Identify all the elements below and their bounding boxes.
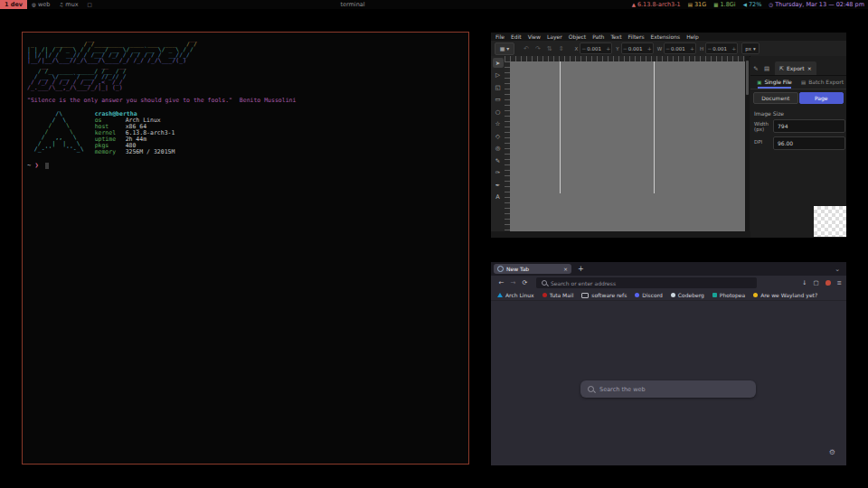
download-icon[interactable]: ↓ (802, 279, 807, 286)
bookmark-are-we-wayland-yet-[interactable]: Are we Wayland yet? (753, 292, 817, 298)
inkscape-tool-options-bar: ▦ ▾ ↶↷⇅⇕ X−0.001+Y−0.001+W−0.001+H−0.001… (491, 41, 846, 57)
ellipse-tool[interactable]: ○ (493, 107, 504, 117)
browser-tab-active[interactable]: New Tab × (494, 264, 571, 274)
box3d-tool[interactable]: ◇ (493, 131, 504, 141)
text-tool[interactable]: A (493, 192, 504, 202)
field-value: 0.001 (712, 46, 731, 52)
menu-icon[interactable]: ≡ (837, 279, 842, 286)
single-file-icon: ▣ (757, 80, 761, 85)
terminal-window[interactable]: __ __ _ _____ / /________ ____ ___ ___ /… (22, 32, 469, 465)
bookmark-tuta-mail[interactable]: Tuta Mail (542, 292, 574, 298)
quote-line: "Silence is the only answer you should g… (27, 97, 465, 104)
fetch-rows: osArch Linuxhostx86_64kernel6.13.8-arch3… (95, 117, 175, 155)
newtab-search-box[interactable]: Search the web (580, 380, 756, 398)
memory-status: ▦1.8Gi (713, 1, 735, 8)
spiral-tool[interactable]: ◎ (493, 144, 504, 154)
selector-tool[interactable]: ➤ (493, 58, 504, 68)
clock-status-icon: ◷ (769, 2, 773, 7)
bookmark-label: Photopea (720, 292, 745, 298)
bookmark-codeberg[interactable]: Codeberg (671, 292, 704, 298)
minus-icon[interactable]: − (580, 45, 587, 52)
forward-button[interactable]: → (507, 279, 519, 286)
export-dock-tab[interactable]: ⇱ Export × (775, 61, 816, 75)
page-button[interactable]: Page (799, 92, 844, 104)
transform-icon[interactable]: ⇕ (559, 45, 564, 52)
field-w[interactable]: −0.001+ (664, 42, 696, 54)
draw-icon[interactable]: ✎ (750, 65, 761, 72)
pencil-tool[interactable]: ✎ (493, 155, 504, 165)
selection-mode-dropdown[interactable]: ▦ ▾ (495, 42, 514, 55)
menu-text[interactable]: Text (610, 33, 621, 40)
new-tab-button[interactable]: + (578, 265, 584, 273)
menu-layer[interactable]: Layer (547, 33, 562, 40)
workspace-label: web (38, 1, 50, 8)
workspace-2[interactable]: ◍web (27, 0, 54, 9)
menu-view[interactable]: View (528, 33, 541, 40)
close-tab-icon[interactable]: × (563, 266, 568, 272)
export-panel: ✎ ▤ ⇱ Export × ▣ Single File ▤ Batch Exp… (750, 56, 846, 238)
url-bar[interactable]: Search or enter address (536, 277, 757, 288)
field-value: 0.001 (671, 46, 689, 52)
ublock-icon[interactable] (826, 280, 831, 286)
bookmark-discord[interactable]: Discord (635, 292, 663, 298)
workspace-4[interactable]: □ (83, 0, 97, 9)
workspace-3[interactable]: ♫mux (54, 0, 82, 9)
menu-help[interactable]: Help (686, 33, 699, 40)
menu-file[interactable]: File (495, 33, 505, 40)
minus-icon[interactable]: − (622, 45, 628, 52)
menu-filters[interactable]: Filters (628, 33, 645, 40)
field-x[interactable]: −0.001+ (580, 42, 612, 54)
inkscape-window[interactable]: FileEditViewLayerObjectPathTextFiltersEx… (491, 33, 846, 238)
bookmark-arch-linux[interactable]: Arch Linux (497, 292, 534, 298)
dpi-input[interactable]: 96.00 (773, 136, 845, 150)
minus-icon[interactable]: − (706, 45, 712, 52)
field-h[interactable]: −0.001+ (705, 42, 738, 54)
workspace-1[interactable]: 1 dev (0, 0, 27, 9)
menu-extensions[interactable]: Extensions (651, 33, 681, 40)
minus-icon[interactable]: − (665, 45, 671, 52)
menu-object[interactable]: Object (569, 33, 587, 40)
bookmark-software-refs[interactable]: software refs (581, 292, 627, 298)
page-border-right (654, 61, 655, 193)
kernel-status-icon: ▲ (632, 2, 636, 7)
menu-path[interactable]: Path (592, 33, 604, 40)
pen-tool[interactable]: ✑ (493, 168, 504, 178)
calligraphy-tool[interactable]: ✒ (493, 180, 504, 190)
reload-button[interactable]: ⟳ (519, 279, 531, 286)
tab-single-file[interactable]: ▣ Single File (750, 75, 798, 89)
node-tool[interactable]: ▷ (493, 70, 504, 80)
tab-batch-export[interactable]: ▤ Batch Export (798, 75, 846, 89)
kernel-status-text: 6.13.8-arch3-1 (637, 1, 681, 8)
browser-window[interactable]: New Tab × + ⌄ ← → ⟳ Search or enter addr… (491, 262, 846, 465)
transform-icon[interactable]: ↶ (524, 45, 529, 52)
shape-builder-tool[interactable]: ◱ (493, 82, 504, 92)
extensions-icon[interactable]: ▢ (813, 279, 818, 286)
menu-edit[interactable]: Edit (511, 33, 522, 40)
scrollbar-thumb[interactable] (746, 61, 749, 95)
back-button[interactable]: ← (495, 279, 507, 286)
field-y[interactable]: −0.001+ (621, 42, 654, 54)
rect-tool[interactable]: ▭ (493, 95, 504, 105)
transform-icon[interactable]: ⇅ (547, 45, 552, 52)
export-icon: ⇱ (779, 65, 784, 71)
bookmark-photopea[interactable]: Photopea (712, 292, 745, 298)
layers-icon[interactable]: ▤ (761, 65, 772, 72)
width-input[interactable]: 794 (773, 119, 845, 133)
close-icon[interactable]: × (807, 65, 812, 71)
star-tool[interactable]: ☆ (493, 119, 504, 129)
plus-icon[interactable]: + (731, 45, 737, 52)
personalize-gear-icon[interactable]: ⚙ (829, 448, 835, 456)
terminal-cursor (45, 163, 49, 169)
unit-dropdown[interactable]: px▾ (741, 42, 760, 54)
inkscape-canvas[interactable] (510, 61, 745, 231)
shell-prompt[interactable]: ~ ❯ (27, 162, 465, 169)
bookmark-favicon (542, 293, 547, 297)
export-tab-label: Export (787, 65, 805, 71)
plus-icon[interactable]: + (646, 45, 653, 52)
plus-icon[interactable]: + (605, 45, 611, 52)
canvas-scrollbar[interactable] (745, 56, 750, 231)
plus-icon[interactable]: + (689, 45, 695, 52)
list-tabs-icon[interactable]: ⌄ (835, 266, 840, 273)
document-button[interactable]: Document (753, 92, 798, 104)
transform-icon[interactable]: ↷ (535, 45, 541, 52)
